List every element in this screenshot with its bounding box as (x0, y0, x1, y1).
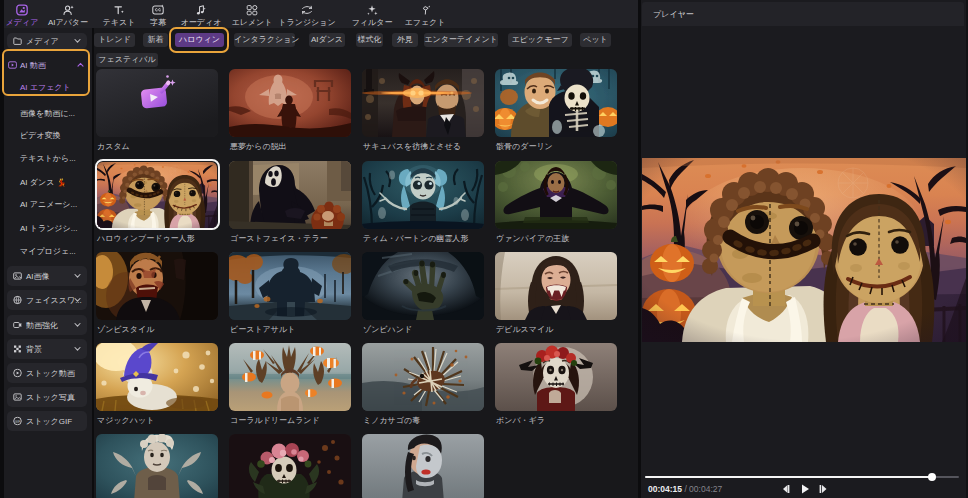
svg-text:GIF: GIF (15, 419, 20, 423)
